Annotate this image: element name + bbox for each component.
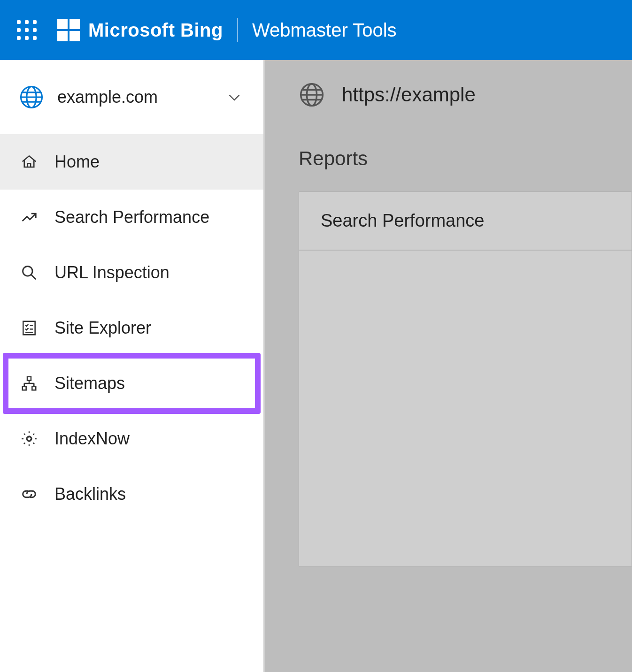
globe-icon: [299, 82, 325, 108]
sidebar-item-label: Home: [54, 152, 100, 172]
site-url: https://example: [342, 84, 476, 106]
product-name: Webmaster Tools: [252, 20, 397, 41]
sidebar-item-backlinks[interactable]: Backlinks: [0, 466, 263, 522]
sidebar-item-label: Search Performance: [54, 207, 209, 227]
sitemap-icon: [19, 374, 39, 392]
checklist-icon: [19, 319, 39, 337]
sidebar-item-label: Backlinks: [54, 484, 126, 504]
sidebar-item-label: Site Explorer: [54, 318, 151, 338]
link-icon: [19, 485, 39, 504]
svg-line-4: [31, 275, 36, 280]
sidebar-item-indexnow[interactable]: IndexNow: [0, 411, 263, 466]
card-title: Search Performance: [299, 192, 632, 251]
svg-rect-9: [27, 377, 31, 381]
sidebar-item-label: Sitemaps: [54, 374, 125, 393]
brand-name: Microsoft Bing: [88, 20, 223, 41]
svg-rect-11: [32, 386, 36, 390]
site-selector[interactable]: example.com: [0, 60, 263, 134]
svg-rect-10: [23, 386, 26, 390]
nav-list: Home Search Performance URL Inspection: [0, 134, 263, 522]
trend-icon: [19, 208, 39, 226]
sidebar-item-sitemaps[interactable]: Sitemaps: [0, 356, 263, 411]
app-header: Microsoft Bing Webmaster Tools: [0, 0, 632, 60]
sidebar-item-site-explorer[interactable]: Site Explorer: [0, 300, 263, 356]
sidebar-item-label: URL Inspection: [54, 263, 170, 283]
home-icon: [19, 153, 39, 171]
app-launcher-icon[interactable]: [17, 20, 37, 40]
header-divider: [237, 18, 238, 42]
main-content: https://example Reports Search Performan…: [265, 60, 632, 672]
section-heading: Reports: [299, 147, 632, 170]
sidebar-item-home[interactable]: Home: [0, 134, 263, 190]
sidebar: example.com Home: [0, 60, 265, 672]
search-icon: [19, 264, 39, 282]
sidebar-item-search-performance[interactable]: Search Performance: [0, 190, 263, 245]
sidebar-item-label: IndexNow: [54, 429, 130, 449]
selected-site-label: example.com: [57, 87, 226, 107]
gear-icon: [19, 429, 39, 448]
globe-icon: [19, 84, 44, 110]
site-url-bar: https://example: [299, 82, 632, 108]
microsoft-logo-icon: [57, 19, 80, 41]
report-card-search-performance[interactable]: Search Performance: [299, 191, 632, 567]
chevron-down-icon: [226, 89, 243, 106]
sidebar-item-url-inspection[interactable]: URL Inspection: [0, 245, 263, 300]
svg-point-3: [23, 267, 33, 276]
